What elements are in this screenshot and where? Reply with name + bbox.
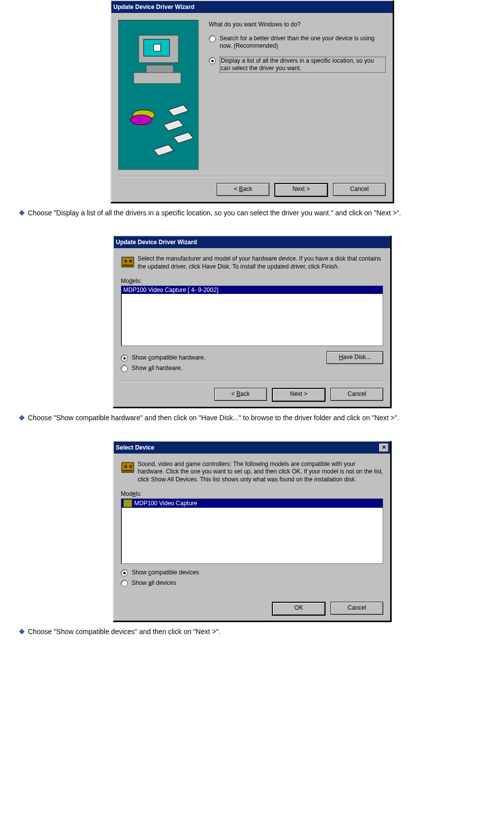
radio-display-list[interactable]: Display a list of all the drivers in a s… [209, 57, 386, 73]
titlebar: Select Device ✕ [114, 442, 390, 454]
intro-text: Select the manufacturer and model of you… [138, 255, 383, 271]
titlebar: Update Device Driver Wizard [111, 1, 393, 13]
window-title: Update Device Driver Wizard [113, 3, 391, 10]
svg-rect-2 [154, 44, 161, 51]
list-item-text: MDP100 Video Capture [134, 500, 197, 507]
list-item[interactable]: MDP100 Video Capture [121, 499, 383, 508]
svg-marker-7 [168, 105, 188, 116]
bullet-icon [19, 415, 24, 421]
close-button[interactable]: ✕ [379, 444, 388, 452]
film-reel-icon [121, 255, 138, 271]
list-item[interactable]: MDP100 Video Capture [ 4- 9-2002] [121, 286, 383, 294]
divider [118, 176, 386, 177]
dialog-wizard-step2: Update Device Driver Wizard Select the m… [113, 235, 391, 408]
radio-icon [121, 355, 128, 362]
radio-label: Show all devices [132, 579, 176, 587]
radio-label: Show compatible hardware. [132, 354, 205, 362]
dialog-wizard-step1: Update Device Driver Wizard [110, 0, 394, 203]
cancel-button[interactable]: Cancel [331, 388, 383, 401]
svg-rect-18 [123, 470, 133, 471]
wizard-sidebar-image [118, 20, 199, 170]
radio-all-hw[interactable]: Show all hardware. [121, 365, 205, 372]
divider [121, 381, 383, 382]
svg-point-6 [130, 115, 152, 125]
radio-icon [121, 580, 128, 587]
film-reel-icon [121, 461, 138, 484]
models-label: Models: [121, 277, 383, 284]
cancel-button[interactable]: Cancel [331, 602, 383, 615]
instruction-2: Choose "Show compatible hardware" and th… [0, 410, 504, 425]
radio-compatible-hw[interactable]: Show compatible hardware. [121, 354, 205, 362]
window-title: Update Device Driver Wizard [116, 239, 388, 246]
next-button[interactable]: Next > [274, 183, 328, 197]
svg-point-16 [124, 465, 127, 468]
instruction-text: Choose "Show compatible hardware" and th… [28, 413, 399, 422]
radio-icon [209, 57, 216, 64]
radio-icon [209, 35, 216, 42]
instruction-text: Choose "Display a list of all the driver… [28, 208, 401, 217]
radio-icon [121, 365, 128, 372]
svg-rect-4 [134, 73, 181, 84]
models-label: Models: [121, 490, 383, 497]
svg-marker-10 [154, 145, 173, 156]
radio-label: Show compatible devices [132, 569, 199, 576]
have-disk-button[interactable]: Have Disk... [327, 351, 383, 364]
question-text: What do you want Windows to do? [209, 21, 386, 28]
radio-icon [121, 569, 128, 576]
window-title: Select Device [116, 444, 379, 451]
radio-label: Search for a better driver than the one … [220, 35, 386, 50]
svg-point-17 [129, 465, 132, 468]
svg-point-12 [124, 260, 127, 263]
svg-marker-8 [164, 120, 183, 131]
models-listbox[interactable]: MDP100 Video Capture [121, 498, 383, 564]
radio-compatible-devices[interactable]: Show compatible devices [121, 569, 383, 576]
svg-rect-14 [123, 265, 133, 266]
svg-marker-9 [173, 132, 193, 143]
radio-label: Display a list of all the drivers in a s… [220, 57, 386, 73]
radio-label: Show all hardware. [132, 365, 182, 372]
instruction-text: Choose "Show compatible devices" and the… [28, 627, 221, 636]
dialog-select-device: Select Device ✕ Sound, video and game co… [113, 441, 391, 622]
instruction-3: Choose "Show compatible devices" and the… [0, 624, 504, 639]
radio-search-better[interactable]: Search for a better driver than the one … [209, 35, 386, 50]
back-button[interactable]: < Back [214, 388, 267, 401]
radio-all-devices[interactable]: Show all devices [121, 579, 383, 587]
bullet-icon [19, 210, 24, 215]
titlebar: Update Device Driver Wizard [114, 236, 390, 248]
svg-point-13 [129, 260, 132, 263]
intro-text: Sound, video and game controllers: The f… [138, 461, 383, 484]
bullet-icon [19, 629, 24, 635]
instruction-1: Choose "Display a list of all the driver… [0, 205, 504, 220]
cancel-button[interactable]: Cancel [333, 183, 386, 196]
back-button[interactable]: < Back [217, 183, 269, 196]
ok-button[interactable]: OK [272, 602, 326, 616]
models-listbox[interactable]: MDP100 Video Capture [ 4- 9-2002] [121, 285, 383, 346]
next-button[interactable]: Next > [272, 388, 326, 402]
